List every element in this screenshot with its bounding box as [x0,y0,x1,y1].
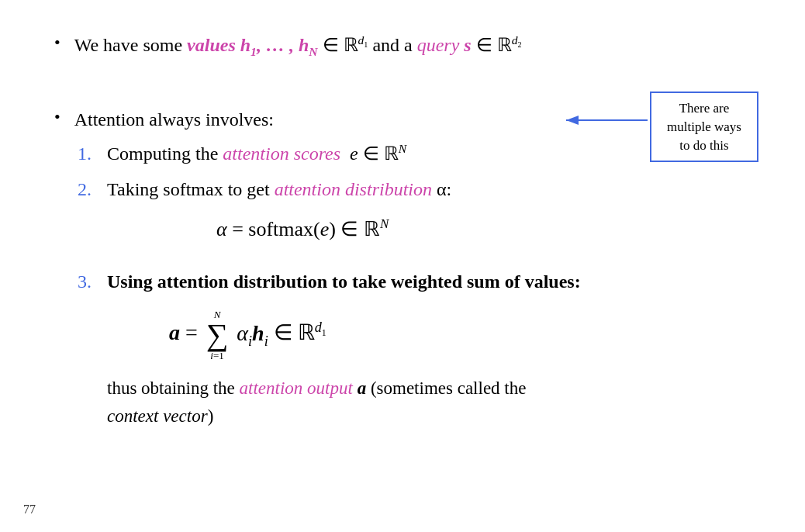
numbered-item-2: 2. Taking softmax to get attention distr… [78,175,581,255]
attention-scores-label: attention scores [223,143,340,164]
num-2: 2. [78,175,96,203]
bullet-dot-2: • [54,107,60,127]
annotation-text: There are multiple ways to do this [667,101,741,153]
numbered-list: 1. Computing the attention scores e ∈ ℝN… [78,140,581,437]
numbered-item-3: 3. Using attention distribution to take … [78,268,581,430]
bullet-text-1: We have some values h1, … , hN ∈ ℝd1 and… [74,31,522,60]
page-number: 77 [23,503,36,516]
item-2-block: Taking softmax to get attention distribu… [107,175,451,255]
formula-softmax: α = softmax(e) ∈ ℝN [154,214,451,244]
s-symbol: s [464,35,471,55]
h-vector: h1, … , hN [240,35,318,55]
item-3-block: Using attention distribution to take wei… [107,268,581,430]
bullet-item-1: • We have some values h1, … , hN ∈ ℝd1 a… [54,31,751,84]
slide-content: • We have some values h1, … , hN ∈ ℝd1 a… [0,0,805,490]
num-3: 3. [78,268,96,295]
conclusion-text: thus obtaining the attention output a (s… [107,375,581,430]
item-1-text: Computing the attention scores e ∈ ℝN [107,140,406,168]
num-1: 1. [78,140,96,168]
query-label: query [417,35,460,55]
attention-output-label: attention output [240,378,353,398]
bullet-text-2: Attention always involves: [74,105,274,133]
annotation-box: There are multiple ways to do this [650,92,758,162]
values-label: values [187,35,236,55]
bullet-item-2: • Attention always involves: 1. Computin… [54,105,751,437]
item-2-text: Taking softmax to get attention distribu… [107,179,451,199]
formula-weighted-sum: a = N ∑ i=1 αihi ∈ ℝd1 [169,309,581,361]
bullet-dot-1: • [54,33,60,53]
attention-distribution-label: attention distribution [275,179,432,199]
item-3-text: Using attention distribution to take wei… [107,271,581,292]
numbered-item-1: 1. Computing the attention scores e ∈ ℝN [78,140,581,168]
